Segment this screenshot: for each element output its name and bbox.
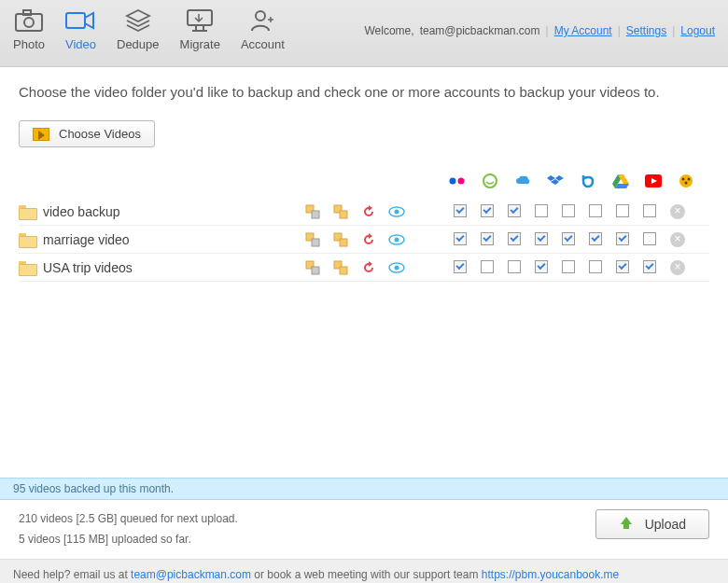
copy2-icon[interactable] xyxy=(332,203,349,220)
upload-arrow-icon xyxy=(619,517,634,532)
folder-name: USA trip videos xyxy=(43,260,304,275)
check-youtube[interactable] xyxy=(616,204,629,217)
watch-icon[interactable] xyxy=(388,203,405,220)
footer-email-link[interactable]: team@picbackman.com xyxy=(131,568,251,581)
row-actions xyxy=(304,203,435,220)
svg-rect-17 xyxy=(340,211,347,218)
remove-row-button[interactable]: × xyxy=(670,260,685,275)
check-dropbox[interactable] xyxy=(535,232,548,245)
tab-migrate-label: Migrate xyxy=(180,37,220,51)
check-dropbox[interactable] xyxy=(535,260,548,273)
main-tabs: Photo Video Dedupe Migrate Account xyxy=(13,7,285,51)
check-skydrive[interactable] xyxy=(508,232,521,245)
check-other[interactable] xyxy=(643,204,656,217)
footer-prefix: Need help? email us at xyxy=(13,568,131,581)
copy1-icon[interactable] xyxy=(304,231,321,248)
row-actions xyxy=(304,259,435,276)
tab-account[interactable]: Account xyxy=(241,7,285,51)
check-box[interactable] xyxy=(562,204,575,217)
check-flickr[interactable] xyxy=(454,232,467,245)
check-google-drive[interactable] xyxy=(589,232,602,245)
check-youtube[interactable] xyxy=(616,232,629,245)
svg-rect-21 xyxy=(312,239,319,246)
check-smugmug[interactable] xyxy=(481,260,494,273)
watch-icon[interactable] xyxy=(388,231,405,248)
logout-link[interactable]: Logout xyxy=(680,24,715,37)
migrate-icon xyxy=(185,7,215,34)
folder-name: marriage video xyxy=(43,232,304,247)
play-icon xyxy=(33,128,49,141)
folder-icon xyxy=(19,261,35,274)
check-flickr[interactable] xyxy=(454,260,467,273)
tab-video[interactable]: Video xyxy=(65,7,96,51)
remove-row-button[interactable]: × xyxy=(670,232,685,247)
choose-videos-label: Choose Videos xyxy=(59,127,141,141)
svg-point-2 xyxy=(24,18,34,27)
tab-migrate[interactable]: Migrate xyxy=(180,7,220,51)
check-box[interactable] xyxy=(562,232,575,245)
provider-header-row xyxy=(19,172,709,190)
youtube-icon xyxy=(644,172,663,190)
folder-row: USA trip videos× xyxy=(19,254,709,282)
upload-info: 210 videos [2.5 GB] queued for next uplo… xyxy=(19,509,238,549)
check-google-drive[interactable] xyxy=(589,204,602,217)
tab-video-label: Video xyxy=(65,37,96,51)
check-smugmug[interactable] xyxy=(481,232,494,245)
check-box[interactable] xyxy=(562,260,575,273)
copy1-icon[interactable] xyxy=(304,203,321,220)
welcome-text: Welcome, xyxy=(364,24,413,37)
footer-booking-link[interactable]: https://pbm.youcanbook.me xyxy=(482,568,619,581)
tab-dedupe-label: Dedupe xyxy=(117,37,160,51)
provider-checks: × xyxy=(454,232,685,247)
svg-rect-1 xyxy=(23,10,31,15)
layers-icon xyxy=(123,7,153,34)
upload-button-label: Upload xyxy=(645,517,686,532)
tab-account-label: Account xyxy=(241,37,285,51)
tab-dedupe[interactable]: Dedupe xyxy=(117,7,160,51)
app-header: Photo Video Dedupe Migrate Account xyxy=(0,0,728,67)
svg-rect-29 xyxy=(340,267,347,274)
watch-icon[interactable] xyxy=(388,259,405,276)
check-skydrive[interactable] xyxy=(508,204,521,217)
video-icon xyxy=(65,7,95,34)
svg-rect-4 xyxy=(188,10,212,25)
svg-rect-3 xyxy=(66,13,85,28)
my-account-link[interactable]: My Account xyxy=(554,24,612,37)
remove-row-button[interactable]: × xyxy=(670,204,685,219)
copy1-icon[interactable] xyxy=(304,259,321,276)
folder-icon xyxy=(19,233,35,246)
smugmug-icon xyxy=(481,172,499,190)
person-icon xyxy=(247,7,277,34)
svg-point-7 xyxy=(458,178,465,185)
check-youtube[interactable] xyxy=(616,260,629,273)
check-flickr[interactable] xyxy=(454,204,467,217)
svg-point-31 xyxy=(395,265,399,270)
undo-icon[interactable] xyxy=(360,231,377,248)
svg-rect-0 xyxy=(16,14,42,31)
undo-icon[interactable] xyxy=(360,259,377,276)
copy2-icon[interactable] xyxy=(332,231,349,248)
check-other[interactable] xyxy=(643,232,656,245)
check-skydrive[interactable] xyxy=(508,260,521,273)
folder-name: video backup xyxy=(43,204,304,219)
svg-rect-27 xyxy=(312,267,319,274)
svg-point-11 xyxy=(682,178,685,181)
upload-button[interactable]: Upload xyxy=(595,509,709,539)
header-user-area: Welcome, team@picbackman.com | My Accoun… xyxy=(364,7,715,37)
dropbox-icon xyxy=(546,172,565,190)
settings-link[interactable]: Settings xyxy=(626,24,666,37)
choose-videos-button[interactable]: Choose Videos xyxy=(19,120,155,147)
check-other[interactable] xyxy=(643,260,656,273)
provider-checks: × xyxy=(454,204,685,219)
check-google-drive[interactable] xyxy=(589,260,602,273)
folder-icon xyxy=(19,205,35,218)
tab-photo[interactable]: Photo xyxy=(13,7,45,51)
undo-icon[interactable] xyxy=(360,203,377,220)
copy2-icon[interactable] xyxy=(332,259,349,276)
main-content: Choose the video folder you'd like to ba… xyxy=(0,67,728,478)
check-dropbox[interactable] xyxy=(535,204,548,217)
check-smugmug[interactable] xyxy=(481,204,494,217)
svg-rect-15 xyxy=(312,211,319,218)
svg-point-10 xyxy=(679,174,693,187)
user-email: team@picbackman.com xyxy=(420,24,540,37)
